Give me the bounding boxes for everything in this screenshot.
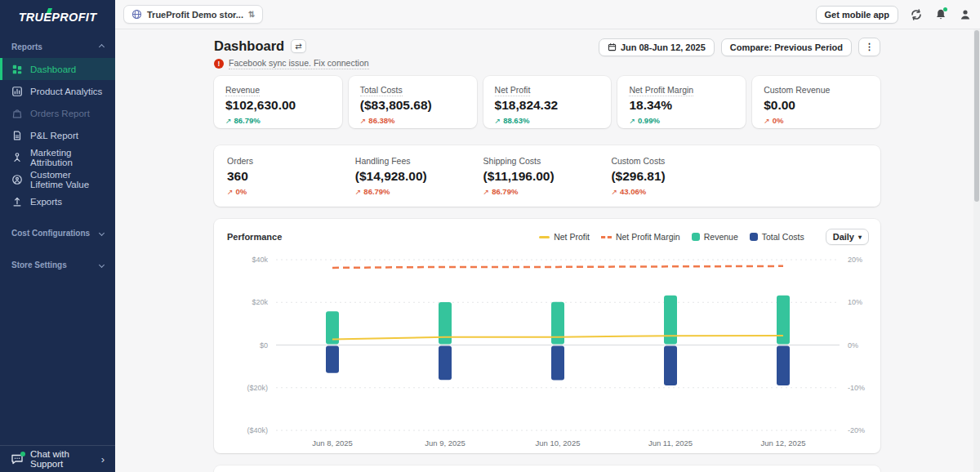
svg-text:($40k): ($40k)	[247, 426, 268, 434]
legend-label: Total Costs	[762, 232, 804, 242]
sidebar-item-pnl-report[interactable]: P&L Report	[0, 124, 115, 146]
kpi-row: Revenue $102,630.00 ↗86.79% Total Costs …	[214, 76, 880, 128]
svg-text:$0: $0	[260, 341, 268, 350]
metric-value: 360	[227, 169, 355, 184]
swap-view-button[interactable]: ⇄	[291, 39, 305, 53]
svg-text:Jun 10, 2025: Jun 10, 2025	[536, 439, 581, 448]
sidebar-section-store-settings[interactable]: Store Settings	[0, 252, 115, 276]
trend-up-icon: ↗	[764, 117, 770, 125]
kpi-value: ($83,805.68)	[360, 98, 466, 113]
trend-up-icon: ↗	[611, 188, 617, 196]
metric-label: Shipping Costs	[483, 156, 541, 166]
kpi-label[interactable]: Net Profit	[495, 85, 531, 96]
legend-label: Net Profit	[554, 232, 590, 242]
legend-revenue[interactable]: Revenue	[692, 232, 738, 242]
metric-value: ($11,196.00)	[483, 169, 612, 184]
legend-net-profit-margin[interactable]: Net Profit Margin	[601, 232, 680, 242]
trueprofit-logo: TRUEPROFIT	[0, 0, 115, 34]
trend-up-icon: ↗	[629, 117, 635, 125]
sidebar-item-dashboard[interactable]: Dashboard	[0, 58, 115, 80]
sync-icon[interactable]	[910, 8, 923, 21]
sidebar-item-label: P&L Report	[30, 131, 78, 140]
section-label: Store Settings	[11, 260, 67, 269]
kpi-label[interactable]: Net Profit Margin	[629, 85, 693, 96]
store-selector[interactable]: TrueProfit Demo stor... ⇅	[123, 5, 263, 24]
kpi-card-custom-revenue: Custom Revenue $0.00 ↗0%	[752, 76, 880, 128]
trend-up-icon: ↗	[495, 117, 501, 125]
chart-title: Performance	[227, 232, 282, 242]
sidebar-section-reports[interactable]: Reports	[0, 34, 115, 58]
compare-period-button[interactable]: Compare: Previous Period	[721, 38, 852, 56]
legend-total-costs[interactable]: Total Costs	[750, 232, 804, 242]
kpi-label[interactable]: Revenue	[225, 85, 260, 96]
metric-label: Handling Fees	[355, 156, 411, 166]
metric-change-badge: ↗86.79%	[483, 187, 612, 196]
trend-up-icon: ↗	[360, 117, 367, 125]
notifications-bell-icon[interactable]	[934, 8, 947, 21]
legend-label: Revenue	[704, 232, 738, 242]
orders-bag-icon	[11, 108, 23, 119]
sidebar-item-exports[interactable]: Exports	[0, 190, 115, 212]
trend-up-icon: ↗	[355, 188, 362, 196]
sidebar-item-customer-lifetime-value[interactable]: Customer Lifetime Value	[0, 168, 115, 190]
attribution-icon	[11, 152, 23, 163]
svg-text:10%: 10%	[848, 298, 862, 306]
line-swatch-icon	[539, 236, 550, 238]
alert-icon: !	[214, 59, 224, 69]
sidebar-section-cost-configurations[interactable]: Cost Configurations	[0, 220, 115, 244]
next-card-edge	[214, 465, 880, 472]
interval-label: Daily	[833, 232, 854, 242]
chart-legend: Net Profit Net Profit Margin Revenue Tot…	[539, 229, 869, 245]
sidebar-item-product-analytics[interactable]: Product Analytics	[0, 80, 115, 102]
legend-net-profit[interactable]: Net Profit	[539, 232, 590, 242]
interval-dropdown[interactable]: Daily ▾	[826, 229, 869, 245]
chat-with-support-button[interactable]: Chat with Support ›	[0, 445, 115, 472]
kpi-value: $102,630.00	[225, 98, 331, 113]
facebook-sync-alert[interactable]: ! Facebook sync issue. Fix connection	[214, 58, 369, 69]
scrollbar-track[interactable]	[973, 29, 980, 472]
sidebar-item-orders-report[interactable]: Orders Report	[0, 102, 115, 124]
main-content: Dashboard ⇄ Jun 08-Jun 12, 2025 Compare:…	[214, 29, 880, 472]
svg-text:Jun 9, 2025: Jun 9, 2025	[425, 439, 466, 448]
svg-text:$40k: $40k	[252, 256, 268, 264]
svg-text:0%: 0%	[848, 341, 858, 350]
account-person-icon[interactable]	[959, 8, 972, 21]
svg-text:Jun 8, 2025: Jun 8, 2025	[312, 439, 353, 448]
performance-chart[interactable]: $40k20%$20k10%$00%($20k)-10%($40k)-20%Ju…	[219, 250, 872, 451]
page-title: Dashboard	[214, 38, 284, 54]
get-mobile-app-button[interactable]: Get mobile app	[816, 6, 898, 24]
metric-shipping-costs: Shipping Costs ($11,196.00) ↗86.79%	[483, 156, 612, 196]
sidebar-item-label: Marketing Attribution	[30, 148, 106, 167]
sidebar-item-label: Exports	[30, 197, 62, 207]
pnl-document-icon	[11, 130, 23, 141]
sidebar: TRUEPROFIT Reports Dashboard Product Ana…	[0, 0, 115, 472]
performance-card: Performance Net Profit Net Profit Margin…	[214, 219, 880, 453]
trend-up-icon: ↗	[225, 117, 232, 125]
dashboard-grid-icon	[11, 64, 23, 75]
chevron-right-icon: ›	[101, 453, 105, 465]
date-range-button[interactable]: Jun 08-Jun 12, 2025	[599, 38, 715, 56]
sidebar-item-marketing-attribution[interactable]: Marketing Attribution	[0, 146, 115, 168]
scrollbar-thumb[interactable]	[974, 30, 979, 202]
store-selector-label: TrueProfit Demo stor...	[147, 10, 243, 20]
metric-orders: Orders 360 ↗0%	[227, 156, 355, 196]
sort-arrows-icon: ⇅	[248, 10, 255, 19]
kpi-change-badge: ↗0.99%	[629, 116, 734, 125]
date-range-label: Jun 08-Jun 12, 2025	[621, 42, 706, 52]
kpi-label[interactable]: Total Costs	[360, 85, 403, 96]
kpi-card-net-profit-margin: Net Profit Margin 18.34% ↗0.99%	[617, 76, 746, 128]
secondary-metrics-card: Orders 360 ↗0% Handling Fees ($14,928.00…	[214, 145, 880, 207]
metric-change-badge: ↗0%	[227, 187, 355, 196]
get-mobile-app-label: Get mobile app	[825, 10, 889, 20]
notification-badge-dot	[943, 7, 947, 11]
kpi-label[interactable]: Custom Revenue	[764, 85, 830, 95]
svg-text:Jun 11, 2025: Jun 11, 2025	[648, 439, 693, 448]
chat-label: Chat with Support	[30, 449, 95, 469]
legend-label: Net Profit Margin	[616, 232, 680, 242]
customer-icon	[11, 174, 23, 185]
more-options-button[interactable]: ⋮	[858, 38, 880, 56]
logo-text: TRUEPROFIT	[19, 11, 97, 24]
caret-down-icon: ▾	[858, 234, 862, 241]
sidebar-item-label: Customer Lifetime Value	[30, 170, 106, 189]
trend-up-icon: ↗	[483, 188, 490, 196]
